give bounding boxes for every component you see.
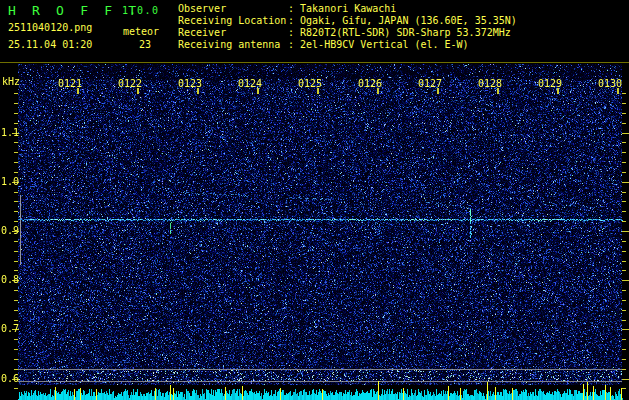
info-colon: : bbox=[288, 39, 300, 51]
time-tick-label: 0123 bbox=[178, 78, 202, 89]
khz-axis-label: kHz bbox=[2, 76, 20, 87]
freq-tick-label: 0.7 bbox=[1, 323, 14, 334]
info-value: Takanori Kawachi bbox=[300, 3, 396, 15]
info-colon: : bbox=[288, 3, 300, 15]
info-row: Observer: Takanori Kawachi bbox=[178, 3, 517, 15]
info-colon: : bbox=[288, 15, 300, 27]
info-row: Receiver: R820T2(RTL-SDR) SDR-Sharp 53.3… bbox=[178, 27, 517, 39]
info-label: Receiver bbox=[178, 27, 288, 39]
time-tick-label: 0126 bbox=[358, 78, 382, 89]
info-label: Receiving antenna bbox=[178, 39, 288, 51]
hrofft-screen: H R O F F T 1.0.0 2511040120.png meteor … bbox=[0, 0, 629, 400]
freq-tick-label: 0.6 bbox=[1, 373, 14, 384]
time-tick-label: 0121 bbox=[58, 78, 82, 89]
app-title: H R O F F T bbox=[8, 3, 140, 18]
time-tick-label: 0124 bbox=[238, 78, 262, 89]
time-tick-label: 0129 bbox=[538, 78, 562, 89]
time-tick-label: 0122 bbox=[118, 78, 142, 89]
info-label: Observer bbox=[178, 3, 288, 15]
info-value: 2el-HB9CV Vertical (el. E-W) bbox=[300, 39, 469, 51]
info-label: Receiving Location bbox=[178, 15, 288, 27]
freq-tick-label: 1.1 bbox=[1, 127, 14, 138]
capture-filename: 2511040120.png bbox=[8, 22, 92, 33]
echo-count: 23 bbox=[139, 39, 151, 50]
app-version: 1.0.0 bbox=[122, 5, 160, 16]
info-value: Ogaki, Gifu, JAPAN (136.60E, 35.35N) bbox=[300, 15, 517, 27]
freq-tick-label: 0.9 bbox=[1, 225, 14, 236]
info-colon: : bbox=[288, 27, 300, 39]
capture-datetime: 25.11.04 01:20 bbox=[8, 39, 92, 50]
spectrogram-canvas bbox=[0, 63, 629, 400]
time-tick-label: 0128 bbox=[478, 78, 502, 89]
info-value: R820T2(RTL-SDR) SDR-Sharp 53.372MHz bbox=[300, 27, 511, 39]
time-tick-label: 0130 bbox=[598, 78, 622, 89]
freq-tick-label: 1.0 bbox=[1, 176, 14, 187]
info-row: Receiving antenna: 2el-HB9CV Vertical (e… bbox=[178, 39, 517, 51]
freq-tick-label: 0.8 bbox=[1, 274, 14, 285]
time-tick-label: 0127 bbox=[418, 78, 442, 89]
time-tick-label: 0125 bbox=[298, 78, 322, 89]
station-info: Observer: Takanori KawachiReceiving Loca… bbox=[178, 3, 517, 51]
observation-mode: meteor bbox=[123, 26, 159, 37]
info-row: Receiving Location: Ogaki, Gifu, JAPAN (… bbox=[178, 15, 517, 27]
